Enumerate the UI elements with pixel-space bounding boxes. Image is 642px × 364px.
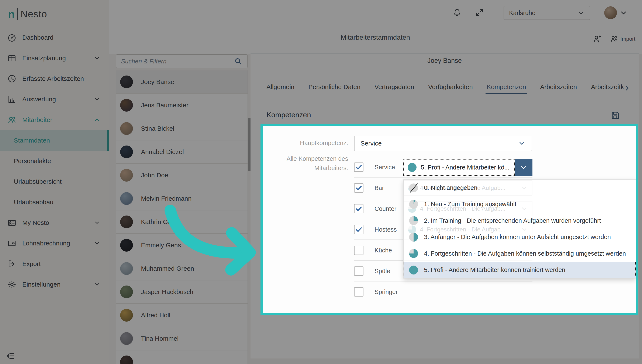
chevron-down-icon (94, 220, 100, 226)
tabs-overflow-chevron-icon[interactable] (623, 84, 631, 92)
level-combobox-dropdown-button[interactable] (515, 159, 532, 176)
fullscreen-icon[interactable] (475, 8, 484, 18)
employee-row[interactable]: Emmely Gens (116, 234, 247, 257)
dropdown-option-level-5[interactable]: 5. Profi - Andere Mitarbeiter können tra… (404, 262, 636, 278)
employee-row[interactable]: Annabel Diezel (116, 140, 247, 164)
tab-vertragsdaten[interactable]: Vertragsdaten (375, 83, 414, 94)
employee-name: Stina Bickel (141, 125, 174, 132)
dropdown-option-level-1[interactable]: 1. Neu - Zum Training ausgewählt (404, 196, 636, 212)
checkbox-unchecked[interactable] (354, 246, 364, 255)
hauptkompetenz-select[interactable]: Service (354, 136, 532, 151)
sidebar-item-label: Mitarbeiter (22, 116, 53, 124)
checkbox-unchecked[interactable] (354, 266, 364, 276)
level-2-pie-icon (409, 216, 418, 225)
sidebar-item-my-nesto[interactable]: My Nesto (0, 212, 109, 233)
sidebar-subitem-stammdaten[interactable]: Stammdaten (0, 130, 109, 150)
save-icon[interactable] (610, 110, 620, 120)
employee-row[interactable] (116, 350, 247, 364)
alle-kompetenzen-label-line2: Mitarbeiters: (263, 163, 348, 173)
level-combobox[interactable]: 5. Profi - Andere Mitarbeiter kö... (403, 159, 532, 176)
user-avatar[interactable] (604, 6, 617, 19)
sidebar-item-einsatzplanung[interactable]: Einsatzplanung (0, 48, 109, 68)
sidebar-item-dashboard[interactable]: Dashboard (0, 27, 109, 48)
dropdown-option-label: 4. Fortgeschritten - Die Aufgaben können… (424, 250, 626, 257)
tab-arbeitszeiten[interactable]: Arbeitszeiten (540, 83, 577, 94)
checkbox-checked[interactable] (354, 183, 364, 192)
bell-icon[interactable] (452, 8, 462, 18)
level-combobox-field[interactable]: 5. Profi - Andere Mitarbeiter kö... (403, 159, 515, 176)
import-button[interactable]: Import (610, 34, 635, 43)
sidebar-footer-divider (0, 348, 109, 348)
sidebar-subitem-urlaubs-bersicht[interactable]: Urlaubsübersicht (0, 171, 109, 192)
sidebar-item-einstellungen[interactable]: Einstellungen (0, 274, 109, 295)
user-menu-chevron-icon[interactable] (619, 9, 627, 17)
sidebar-item-erfasste-arbeitszeiten[interactable]: Erfasste Arbeitszeiten (0, 68, 109, 89)
checkbox-checked[interactable] (354, 204, 364, 214)
slash-mark (410, 183, 418, 192)
alle-kompetenzen-label: Alle Kompetenzen des Mitarbeiters: (263, 154, 348, 173)
employee-avatar (120, 216, 133, 228)
competence-label: Bar (375, 184, 384, 192)
employee-avatar (120, 262, 133, 275)
employee-search[interactable]: Suchen & Filtern (116, 54, 247, 68)
collapse-sidebar-icon[interactable] (6, 351, 15, 360)
dropdown-option-level-0[interactable]: 0. Nicht angegeben (404, 180, 636, 196)
sidebar-subitem-personalakte[interactable]: Personalakte (0, 150, 109, 171)
checkbox-checked[interactable] (354, 225, 364, 234)
dropdown-option-level-3[interactable]: 3. Anfänger - Die Aufgaben können unter … (404, 229, 636, 245)
sidebar-subitem-urlaubsabbau[interactable]: Urlaubsabbau (0, 192, 109, 212)
employee-row[interactable]: Melvin Friedmann (116, 187, 247, 210)
dropdown-option-level-4[interactable]: 4. Fortgeschritten - Die Aufgaben können… (404, 246, 636, 262)
employee-name: Emmely Gens (141, 242, 181, 249)
checkbox-checked[interactable] (354, 162, 364, 172)
employee-name: Alfred Holl (141, 312, 170, 319)
location-select[interactable]: Karlsruhe (504, 6, 590, 20)
tab-kompetenzen[interactable]: Kompetenzen (487, 83, 526, 94)
sidebar-item-label: My Nesto (22, 219, 49, 226)
employee-row[interactable]: John Doe (116, 164, 247, 187)
chevron-up-icon (94, 117, 100, 123)
employee-row[interactable]: Tina Hommel (116, 327, 247, 350)
sidebar-item-export[interactable]: Export (0, 254, 109, 274)
alle-kompetenzen-label-line1: Alle Kompetenzen des (263, 154, 348, 163)
tab-allgemein[interactable]: Allgemein (266, 83, 294, 94)
payroll-icon (7, 238, 17, 248)
section-divider (266, 127, 633, 127)
sidebar-item-mitarbeiter[interactable]: Mitarbeiter (0, 110, 109, 130)
dropdown-option-label: 3. Anfänger - Die Aufgaben können unter … (424, 234, 611, 240)
chevron-down-icon (94, 96, 100, 102)
employee-row[interactable]: Joey Banse (116, 70, 247, 94)
chevron-down-icon (94, 55, 100, 61)
section-title: Kompetenzen (266, 111, 311, 119)
add-employee-icon[interactable] (592, 34, 602, 44)
employee-avatar (120, 99, 133, 112)
employee-avatar (120, 309, 133, 322)
hauptkompetenz-label: Hauptkompetenz: (263, 140, 348, 146)
level-5-pie-icon (409, 266, 418, 274)
tab-verf-gbarkeiten[interactable]: Verfügbarkeiten (428, 83, 473, 94)
import-label: Import (620, 36, 635, 42)
tab-pers-nliche-daten[interactable]: Persönliche Daten (308, 83, 361, 94)
employee-avatar (120, 122, 133, 135)
tab-arbeitszeitk[interactable]: Arbeitszeitk (591, 83, 624, 94)
sidebar-item-lohnabrechnung[interactable]: Lohnabrechnung (0, 233, 109, 254)
employee-row[interactable]: Muhammed Green (116, 257, 247, 280)
employee-row[interactable]: Jens Baumeister (116, 94, 247, 117)
level-0-pie-icon (409, 184, 418, 192)
checkbox-unchecked[interactable] (354, 287, 364, 296)
search-icon[interactable] (234, 57, 242, 66)
employee-row[interactable]: Jasper Hackbusch (116, 280, 247, 304)
topbar-icons (452, 8, 484, 18)
sidebar-item-label: Erfasste Arbeitszeiten (22, 75, 84, 82)
employee-avatar (120, 286, 133, 298)
employee-row[interactable]: Alfred Holl (116, 304, 247, 327)
dropdown-option-level-2[interactable]: 2. Im Training - Die entsprechenden Aufg… (404, 212, 636, 229)
sidebar-nav: DashboardEinsatzplanungErfasste Arbeitsz… (0, 27, 109, 295)
sidebar-item-auswertung[interactable]: Auswertung (0, 89, 109, 110)
location-value: Karlsruhe (509, 10, 577, 16)
employee-row[interactable]: Stina Bickel (116, 117, 247, 140)
employee-avatar (120, 239, 133, 252)
employee-row[interactable]: Kathrin Gehr (116, 210, 247, 234)
employee-name: Joey Banse (141, 78, 174, 86)
dropdown-option-label: 5. Profi - Andere Mitarbeiter können tra… (424, 266, 565, 274)
